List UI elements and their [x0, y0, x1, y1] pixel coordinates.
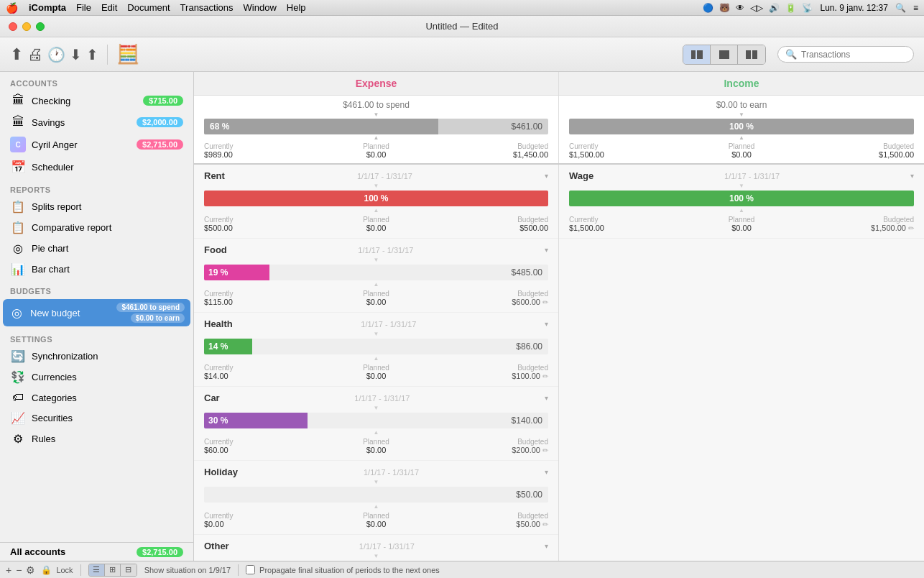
add-account-button[interactable]: + [6, 564, 11, 576]
status-view-list[interactable]: ☰ [89, 564, 105, 576]
holiday-name: Holiday [204, 467, 238, 477]
menu-bar-icons: 🔵 🐻 👁 ◁▷ 🔊 🔋 📡 [703, 3, 813, 13]
menu-file[interactable]: File [71, 2, 96, 13]
budget-spend-badge: $461.00 to spend [116, 303, 185, 312]
view-button-split[interactable] [738, 45, 765, 64]
food-date: 1/1/17 - 1/31/17 [358, 246, 413, 254]
category-car: Car 1/1/17 - 1/31/17▾ ▼ 30 % $140.00 ▲ C… [194, 387, 558, 461]
rent-date: 1/1/17 - 1/31/17 [357, 172, 412, 180]
share-icon[interactable]: ⬆ [86, 46, 98, 63]
sidebar-item-new-budget[interactable]: ◎ New budget $461.00 to spend $0.00 to e… [3, 299, 190, 326]
sidebar-item-rules[interactable]: ⚙ Rules [0, 428, 193, 449]
categories-label: Categories [32, 393, 183, 403]
sidebar-item-sync[interactable]: 🔄 Synchronization [0, 346, 193, 367]
sidebar-item-savings[interactable]: 🏛 Savings $2,000.00 [0, 111, 193, 133]
status-view-detail[interactable]: ⊞ [105, 564, 121, 576]
comparative-icon: 📋 [10, 221, 26, 234]
remove-account-button[interactable]: − [16, 564, 22, 576]
expense-summary: $461.00 to spend ▼ 68 % $461.00 ▲ Curren… [194, 96, 559, 163]
sidebar-item-cyril[interactable]: C Cyril Anger $2,715.00 [0, 133, 193, 156]
securities-label: Securities [32, 413, 183, 423]
category-rent: Rent 1/1/17 - 1/31/17▾ ▼ 100 % ▲ Current… [194, 165, 558, 239]
search-input[interactable] [801, 50, 902, 60]
print-icon[interactable]: 🖨 [27, 45, 43, 64]
search-box[interactable]: 🔍 [777, 46, 914, 63]
menu-edit[interactable]: Edit [96, 2, 122, 13]
comparative-label: Comparative report [32, 222, 183, 233]
svg-rect-4 [746, 50, 751, 59]
control-strip-icon[interactable]: ≡ [913, 3, 918, 13]
cyril-badge: $2,715.00 [137, 139, 183, 150]
categories-icon: 🏷 [10, 391, 26, 404]
budget-earn-badge: $0.00 to earn [131, 313, 185, 323]
view-toggle-buttons [683, 45, 766, 65]
account-settings-button[interactable]: ⚙ [26, 564, 35, 576]
lock-icon: 🔒 [41, 565, 52, 575]
category-other: Other 1/1/17 - 1/31/17▾ ▼ ▲ Currently Pl… [194, 535, 558, 561]
propagate-checkbox[interactable] [246, 565, 255, 574]
sidebar-item-currencies[interactable]: 💱 Currencies [0, 367, 193, 387]
upload-icon[interactable]: ⬆ [10, 45, 23, 64]
income-currently-stat: Currently $1,500.00 [569, 142, 684, 159]
accounts-section-label: Accounts [0, 72, 193, 90]
other-name: Other [204, 541, 229, 551]
sync-icon: 🔄 [10, 349, 26, 363]
reports-section-label: Reports [0, 178, 193, 196]
bank2-icon: 🏛 [10, 115, 26, 129]
menu-help[interactable]: Help [282, 2, 311, 13]
menu-icompta[interactable]: iCompta [24, 2, 71, 13]
svg-rect-2 [697, 50, 703, 59]
all-accounts-badge: $2,715.00 [137, 547, 183, 557]
expense-categories: Rent 1/1/17 - 1/31/17▾ ▼ 100 % ▲ Current… [194, 165, 559, 561]
savings-badge: $2,000.00 [137, 117, 183, 127]
download-icon[interactable]: ⬇ [70, 46, 82, 63]
menu-transactions[interactable]: Transactions [175, 2, 239, 13]
show-situation-label: Show situation on 1/9/17 [144, 566, 231, 574]
sidebar: Accounts 🏛 Checking $715.00 🏛 Savings $2… [0, 72, 194, 561]
sidebar-item-securities[interactable]: 📈 Securities [0, 408, 193, 428]
svg-rect-3 [719, 50, 729, 59]
status-view-split[interactable]: ⊟ [121, 564, 137, 576]
expense-currently-stat: Currently $989.00 [204, 142, 319, 159]
view-button-single[interactable] [711, 45, 738, 64]
splits-icon: 📋 [10, 200, 26, 214]
expense-header: Expense [194, 72, 559, 95]
category-holiday: Holiday 1/1/17 - 1/31/17▾ ▼ $50.00 ▲ Cur… [194, 461, 558, 535]
wage-date: 1/1/17 - 1/31/17 [724, 172, 780, 180]
avatar: C [10, 137, 26, 152]
apple-menu-icon[interactable]: 🍎 [6, 2, 18, 14]
sidebar-item-checking[interactable]: 🏛 Checking $715.00 [0, 90, 193, 111]
bar-label: Bar chart [32, 264, 183, 275]
income-summary: $0.00 to earn ▼ 100 % ▲ Currently $1,500… [559, 96, 924, 163]
menu-window[interactable]: Window [239, 2, 282, 13]
sidebar-item-pie[interactable]: ◎ Pie chart [0, 238, 193, 259]
other-date: 1/1/17 - 1/31/17 [359, 542, 415, 551]
sidebar-all-accounts: All accounts $2,715.00 [0, 542, 194, 561]
content-area: Expense Income $461.00 to spend ▼ 68 % $… [194, 72, 924, 561]
health-date: 1/1/17 - 1/31/17 [361, 320, 416, 329]
category-health: Health 1/1/17 - 1/31/17▾ ▼ 14 % $86.00 ▲… [194, 313, 558, 387]
lock-label[interactable]: Lock [56, 566, 73, 574]
history-icon[interactable]: 🕐 [47, 46, 65, 63]
savings-label: Savings [32, 117, 131, 128]
minimize-button[interactable] [22, 22, 31, 31]
calculator-icon[interactable]: 🧮 [116, 43, 139, 65]
close-button[interactable] [9, 22, 17, 31]
income-header: Income [559, 72, 924, 95]
pie-icon: ◎ [10, 242, 26, 255]
settings-section-label: Settings [0, 328, 193, 346]
sidebar-item-categories[interactable]: 🏷 Categories [0, 387, 193, 408]
sidebar-item-comparative[interactable]: 📋 Comparative report [0, 217, 193, 238]
view-button-box1[interactable] [683, 45, 711, 64]
menu-document[interactable]: Document [122, 2, 175, 13]
currencies-icon: 💱 [10, 370, 26, 384]
sidebar-item-scheduler[interactable]: 📅 Scheduler [0, 156, 193, 178]
sidebar-item-bar[interactable]: 📊 Bar chart [0, 259, 193, 280]
sidebar-item-splits[interactable]: 📋 Splits report [0, 196, 193, 217]
maximize-button[interactable] [36, 22, 45, 31]
food-name: Food [204, 244, 227, 255]
spotlight-icon[interactable]: 🔍 [895, 3, 906, 13]
rent-name: Rent [204, 170, 225, 181]
checking-label: Checking [32, 96, 137, 106]
barchart-icon: 📊 [10, 262, 26, 276]
